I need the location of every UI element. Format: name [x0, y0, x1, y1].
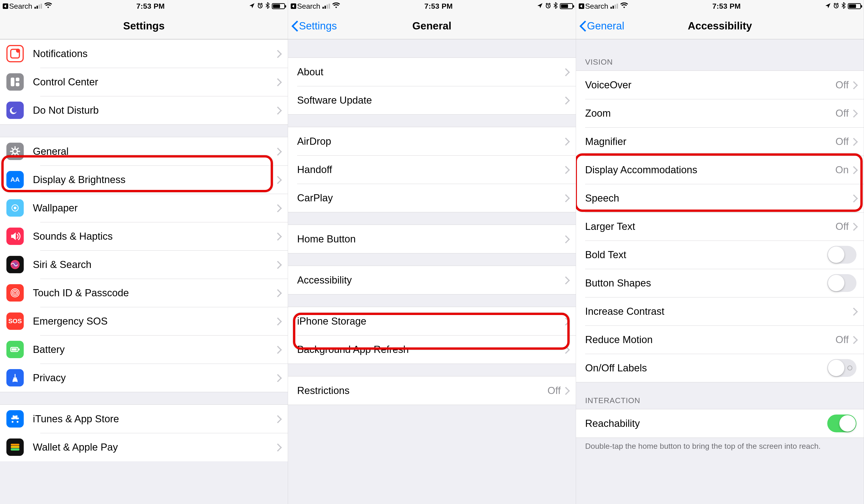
nav-header: Settings	[0, 12, 288, 39]
row-magnifier[interactable]: Magnifier Off	[576, 127, 864, 156]
cell-label: General	[33, 146, 276, 157]
section-header-interaction: INTERACTION	[576, 382, 864, 409]
chevron-right-icon	[276, 289, 280, 296]
row-increase-contrast[interactable]: Increase Contrast	[576, 297, 864, 325]
cell-label: Background App Refresh	[297, 344, 564, 355]
settings-row-dnd[interactable]: Do Not Disturb	[0, 96, 288, 124]
row-carplay[interactable]: CarPlay	[288, 184, 576, 212]
row-restrictions[interactable]: Restrictions Off	[288, 376, 576, 405]
chevron-right-icon	[564, 387, 568, 394]
toggle-reachability[interactable]	[827, 415, 856, 432]
settings-row-notifications[interactable]: Notifications	[0, 39, 288, 68]
row-speech[interactable]: Speech	[576, 184, 864, 212]
toggle-on-off-labels[interactable]	[827, 359, 856, 377]
row-on-off-labels[interactable]: On/Off Labels	[576, 354, 864, 382]
settings-row-sos[interactable]: SOS Emergency SOS	[0, 307, 288, 335]
alarm-icon	[257, 2, 263, 11]
bluetooth-icon	[841, 2, 845, 11]
display-icon: AA	[7, 171, 24, 188]
cell-value: Off	[836, 108, 849, 119]
row-reduce-motion[interactable]: Reduce Motion Off	[576, 325, 864, 354]
chevron-right-icon	[564, 194, 568, 201]
chevron-right-icon	[852, 308, 856, 315]
notifications-icon	[7, 45, 24, 62]
status-bar: Search 7:53 PM	[576, 0, 864, 12]
alarm-icon	[833, 2, 839, 11]
row-display-accommodations[interactable]: Display Accommodations On	[576, 156, 864, 184]
page-title: General	[412, 20, 452, 32]
back-to-search[interactable]: Search	[579, 2, 608, 11]
settings-row-touchid[interactable]: Touch ID & Passcode	[0, 279, 288, 307]
row-button-shapes[interactable]: Button Shapes	[576, 269, 864, 297]
row-handoff[interactable]: Handoff	[288, 155, 576, 184]
signal-icon	[611, 4, 618, 9]
chevron-right-icon	[564, 346, 568, 353]
cell-label: Battery	[33, 344, 276, 355]
row-larger-text[interactable]: Larger Text Off	[576, 212, 864, 241]
chevron-right-icon	[276, 79, 280, 85]
back-to-search[interactable]: Search	[3, 2, 32, 11]
settings-row-general[interactable]: General	[0, 137, 288, 166]
status-bar: Search 7:53 PM	[288, 0, 576, 12]
section-header-vision: VISION	[576, 39, 864, 71]
back-glyph-icon	[291, 3, 296, 9]
cell-label: Wallet & Apple Pay	[33, 442, 276, 453]
chevron-right-icon	[564, 97, 568, 104]
row-home-button[interactable]: Home Button	[288, 225, 576, 253]
chevron-right-icon	[276, 416, 280, 422]
chevron-left-icon	[579, 21, 585, 31]
battery-icon	[7, 341, 24, 358]
battery-icon	[848, 3, 861, 9]
nav-back-label: General	[587, 20, 624, 32]
settings-row-sounds[interactable]: Sounds & Haptics	[0, 222, 288, 250]
settings-group-store: iTunes & App Store Wallet & Apple Pay	[0, 405, 288, 461]
general-group-3: Accessibility	[288, 266, 576, 295]
cell-value: Off	[836, 79, 849, 91]
back-to-search[interactable]: Search	[291, 2, 320, 11]
chevron-right-icon	[276, 148, 280, 155]
toggle-bold-text[interactable]	[827, 246, 856, 264]
general-group-1: AirDrop Handoff CarPlay	[288, 127, 576, 212]
row-software-update[interactable]: Software Update	[288, 86, 576, 115]
chevron-right-icon	[276, 233, 280, 240]
sos-icon: SOS	[7, 312, 24, 330]
row-bold-text[interactable]: Bold Text	[576, 241, 864, 269]
cell-value: Off	[836, 221, 849, 232]
chevron-right-icon	[276, 205, 280, 211]
row-about[interactable]: About	[288, 58, 576, 86]
row-background-app-refresh[interactable]: Background App Refresh	[288, 335, 576, 364]
dnd-icon	[7, 101, 24, 119]
settings-row-control-center[interactable]: Control Center	[0, 68, 288, 96]
row-accessibility[interactable]: Accessibility	[288, 266, 576, 294]
nav-back[interactable]: Settings	[291, 12, 337, 39]
chevron-right-icon	[852, 138, 856, 145]
general-group-2: Home Button	[288, 225, 576, 253]
screen-general: Search 7:53 PM Settings General About So…	[288, 0, 576, 504]
settings-row-display[interactable]: AA Display & Brightness	[0, 166, 288, 194]
nav-back[interactable]: General	[579, 12, 624, 39]
row-airdrop[interactable]: AirDrop	[288, 127, 576, 155]
row-reachability[interactable]: Reachability	[576, 409, 864, 437]
row-voiceover[interactable]: VoiceOver Off	[576, 71, 864, 99]
row-zoom[interactable]: Zoom Off	[576, 99, 864, 127]
back-glyph-icon	[579, 3, 584, 9]
settings-row-siri[interactable]: Siri & Search	[0, 250, 288, 279]
settings-row-privacy[interactable]: Privacy	[0, 364, 288, 392]
row-iphone-storage[interactable]: iPhone Storage	[288, 307, 576, 335]
settings-row-appstore[interactable]: iTunes & App Store	[0, 405, 288, 433]
toggle-button-shapes[interactable]	[827, 274, 856, 292]
settings-row-battery[interactable]: Battery	[0, 335, 288, 364]
cell-label: Accessibility	[297, 274, 564, 286]
signal-icon	[323, 4, 330, 9]
wifi-icon	[44, 2, 52, 10]
cell-label: Emergency SOS	[33, 315, 276, 327]
chevron-right-icon	[852, 82, 856, 88]
settings-row-wallet[interactable]: Wallet & Apple Pay	[0, 433, 288, 461]
cell-label: Reduce Motion	[585, 334, 836, 345]
cell-label: AirDrop	[297, 135, 564, 147]
cell-label: On/Off Labels	[585, 362, 827, 374]
battery-icon	[560, 3, 573, 9]
cell-label: Bold Text	[585, 249, 827, 261]
settings-row-wallpaper[interactable]: Wallpaper	[0, 194, 288, 222]
cell-label: Touch ID & Passcode	[33, 287, 276, 299]
